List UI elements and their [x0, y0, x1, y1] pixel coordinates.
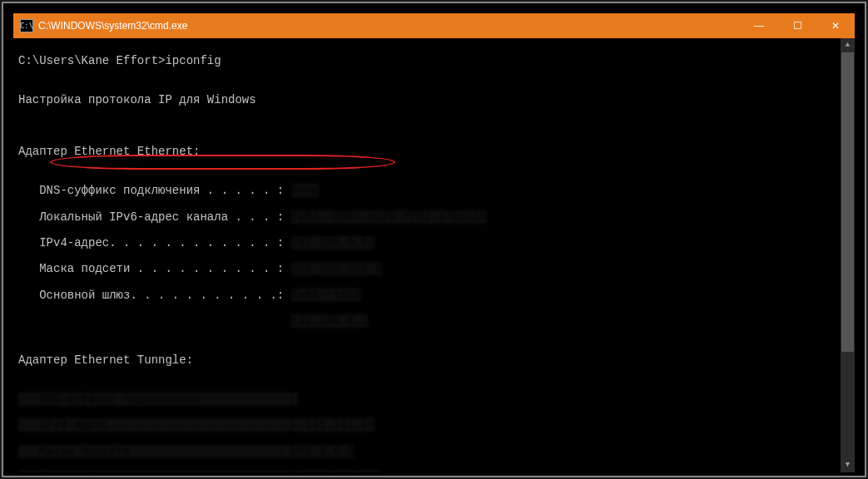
adapter1-ipv4: IPv4-адрес. . . . . . . . . . . . : 192.…	[18, 237, 850, 250]
adapter2-line: Основной шлюз. . . . . . . . . . .: 7.25…	[18, 472, 850, 472]
scroll-up-icon[interactable]: ▲	[841, 38, 855, 52]
adapter1-gw: Основной шлюз. . . . . . . . . . .: fe80…	[18, 289, 850, 303]
terminal-output[interactable]: C:\Users\Kane Effort>ipconfig Настройка …	[13, 38, 855, 472]
prompt-line: C:\Users\Kane Effort>ipconfig	[18, 55, 850, 68]
adapter1-mask: Маска подсети . . . . . . . . . . : 255.…	[18, 263, 850, 276]
screenshot-border: C:\ C:\WINDOWS\system32\cmd.exe — ☐ ✕ C:…	[2, 2, 866, 477]
scrollbar[interactable]: ▲ ▼	[841, 38, 855, 472]
minimize-button[interactable]: —	[740, 13, 778, 38]
cmd-window: C:\ C:\WINDOWS\system32\cmd.exe — ☐ ✕ C:…	[13, 13, 855, 472]
cmd-icon: C:\	[20, 19, 33, 32]
window-title: C:\WINDOWS\system32\cmd.exe	[38, 20, 740, 32]
maximize-button[interactable]: ☐	[778, 13, 816, 38]
adapter1-dns: DNS-суффикс подключения . . . . . : Home	[18, 185, 850, 198]
adapter2-line: DNS-суффикс подключения . . . . . :	[18, 393, 850, 407]
scroll-down-icon[interactable]: ▼	[841, 458, 855, 472]
adapter1-gw2: 192.168.0.1	[18, 315, 850, 328]
scrollbar-thumb[interactable]	[841, 52, 854, 352]
titlebar[interactable]: C:\ C:\WINDOWS\system32\cmd.exe — ☐ ✕	[13, 13, 855, 38]
adapter1-ipv6: Локальный IPv6-адрес канала . . . : fe80…	[18, 211, 850, 225]
adapter2-title: Адаптер Ethernet Tunngle:	[18, 354, 850, 368]
adapter2-line: IPv4-адрес. . . . . . . . . . . . : 7.18…	[18, 419, 850, 432]
window-controls: — ☐ ✕	[740, 13, 855, 38]
close-button[interactable]: ✕	[816, 13, 855, 38]
adapter1-title: Адаптер Ethernet Ethernet:	[18, 146, 850, 159]
ipconfig-header: Настройка протокола IP для Windows	[18, 94, 850, 107]
adapter2-line: Маска подсети . . . . . . . . . . : 255.…	[18, 446, 850, 459]
